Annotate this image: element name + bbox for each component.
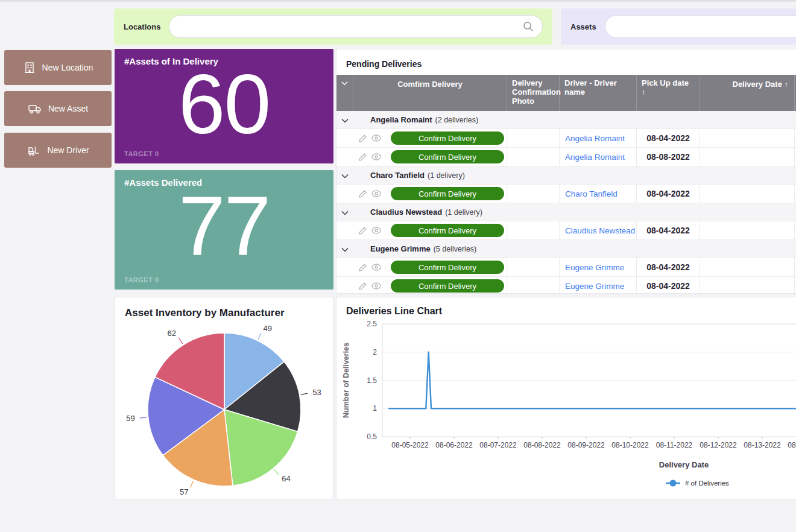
cell-driver: Eugene Grimme	[560, 258, 637, 276]
new-location-label: New Location	[42, 63, 93, 72]
cell-photo	[507, 185, 560, 203]
confirm-delivery-button[interactable]: Confirm Delivery	[391, 131, 504, 145]
column-header-pickup-sort[interactable]: Pick Up date ↑	[637, 75, 700, 111]
table-header: Comfirm Delivery Delivery Confirmation P…	[336, 75, 796, 111]
edit-icon[interactable]	[358, 153, 367, 162]
view-icon[interactable]	[371, 153, 381, 160]
cell-photo	[507, 148, 560, 166]
cell-confirm: Confirm Delivery	[336, 221, 507, 239]
confirm-delivery-button[interactable]: Confirm Delivery	[391, 187, 504, 200]
pie-slice-label: 59	[126, 414, 134, 423]
cell-driver: Claudius Newstead	[560, 221, 637, 239]
edit-icon[interactable]	[358, 263, 367, 272]
cell-delivery-date	[700, 129, 795, 147]
edit-icon[interactable]	[358, 134, 367, 143]
assets-search-panel: Assets	[561, 8, 796, 45]
table-row: Confirm DeliveryEugene Grimme08-04-2022	[336, 277, 796, 294]
pie-label-leader	[178, 338, 182, 344]
kpi-target: TARGET 0	[124, 150, 159, 157]
new-asset-label: New Asset	[48, 104, 88, 113]
driver-link[interactable]: Eugene Grimme	[565, 263, 624, 272]
cell-delivery-date	[700, 277, 795, 294]
view-icon[interactable]	[371, 264, 381, 271]
x-tick-label: 08-07-2022	[479, 441, 517, 449]
legend-label: # of Deliveries	[685, 480, 729, 487]
chevron-down-icon[interactable]	[336, 244, 353, 255]
cell-photo	[507, 221, 560, 239]
driver-link[interactable]: Eugene Grimme	[565, 282, 624, 291]
new-driver-button[interactable]: New Driver	[4, 133, 112, 168]
chevron-down-icon[interactable]	[336, 170, 353, 181]
driver-link[interactable]: Angelia Romaint	[565, 134, 625, 143]
confirm-delivery-button[interactable]: Confirm Delivery	[391, 224, 504, 237]
view-icon[interactable]	[371, 135, 381, 142]
pickup-date: 08-04-2022	[646, 133, 690, 143]
pie-slice-label: 57	[180, 487, 188, 496]
pie-label-leader	[301, 393, 308, 394]
table-row: Confirm DeliveryClaudius Newstead08-04-2…	[336, 221, 796, 240]
pie-slice-label: 62	[168, 329, 176, 338]
driver-link[interactable]: Charo Tanfield	[565, 189, 618, 198]
pickup-date: 08-04-2022	[646, 281, 690, 291]
x-tick-label: 08-10-2022	[611, 441, 649, 449]
new-location-button[interactable]: New Location	[4, 50, 112, 85]
y-tick-label: 0.5	[367, 432, 377, 441]
cell-driver: Charo Tanfield	[560, 185, 637, 203]
group-driver-name: Angelia Romaint	[370, 115, 432, 124]
x-tick-label: 08-05-2022	[391, 441, 429, 449]
legend-marker-icon	[670, 480, 677, 487]
driver-link[interactable]: Angelia Romaint	[565, 153, 625, 162]
kpi-value: 77	[115, 183, 333, 268]
group-delivery-count: (5 deliveries)	[434, 245, 477, 253]
cell-pickup-date: 08-04-2022	[637, 129, 700, 147]
chevron-down-icon[interactable]	[336, 115, 353, 125]
forklift-icon	[27, 144, 41, 157]
pickup-date: 08-04-2022	[646, 189, 690, 198]
top-divider	[0, 0, 796, 2]
column-header-delivery-sort[interactable]: Delivery Date ↑	[700, 75, 795, 111]
edit-icon[interactable]	[358, 189, 367, 198]
table-row: Confirm DeliveryAngelia Romaint08-08-202…	[336, 148, 796, 166]
view-icon[interactable]	[371, 282, 381, 290]
confirm-delivery-button[interactable]: Confirm Delivery	[391, 279, 504, 293]
pie-label-leader	[258, 333, 261, 340]
pickup-date: 08-04-2022	[646, 226, 690, 235]
chevron-down-icon[interactable]	[336, 207, 353, 218]
edit-icon[interactable]	[358, 226, 367, 235]
kpi-assets-delivered: #Assets Delivered 77 TARGET 0	[115, 170, 333, 290]
confirm-delivery-button[interactable]: Confirm Delivery	[391, 150, 504, 163]
x-tick-label: 08-12-2022	[700, 441, 737, 449]
y-tick-label: 1	[373, 404, 377, 413]
view-icon[interactable]	[371, 227, 381, 234]
cell-confirm: Confirm Delivery	[336, 148, 507, 166]
truck-icon	[28, 102, 42, 115]
pickup-date: 08-04-2022	[646, 262, 690, 272]
column-header-photo: Delivery Confirmation Photo	[507, 75, 560, 111]
pie-label-leader	[191, 481, 194, 487]
view-icon[interactable]	[371, 190, 381, 197]
group-row[interactable]: Angelia Romaint(2 deliveries)	[336, 111, 796, 129]
confirm-delivery-button[interactable]: Confirm Delivery	[391, 261, 504, 274]
pending-deliveries-card: Pending Deliveries Comfirm Delivery Deli…	[336, 49, 796, 294]
locations-search-input[interactable]	[178, 22, 523, 31]
pie-label-leader	[274, 469, 279, 475]
column-header-driver: Driver - Driver name	[560, 75, 637, 111]
assets-search-input[interactable]	[614, 22, 796, 31]
collapse-all-chevron-icon[interactable]	[336, 75, 353, 111]
edit-icon[interactable]	[358, 282, 367, 291]
x-tick-label: 08-13-2022	[744, 441, 781, 449]
search-icon[interactable]	[523, 21, 534, 32]
driver-link[interactable]: Claudius Newstead	[565, 226, 635, 235]
pending-deliveries-title: Pending Deliveries	[346, 59, 422, 69]
group-row[interactable]: Eugene Grimme(5 deliveries)	[336, 240, 796, 258]
table-row: Confirm DeliveryCharo Tanfield08-04-2022	[336, 185, 796, 203]
locations-search-pill	[169, 15, 543, 38]
new-asset-button[interactable]: New Asset	[4, 91, 112, 126]
x-tick-label: 08-06-2022	[435, 441, 473, 449]
group-row[interactable]: Charo Tanfield(1 delivery)	[336, 166, 796, 185]
locations-label: Locations	[124, 22, 160, 31]
cell-pickup-date: 08-04-2022	[637, 221, 700, 239]
cell-confirm: Confirm Delivery	[336, 129, 507, 147]
table-row: Confirm DeliveryAngelia Romaint08-04-202…	[336, 129, 796, 148]
group-row[interactable]: Claudius Newstead(1 delivery)	[336, 203, 796, 221]
